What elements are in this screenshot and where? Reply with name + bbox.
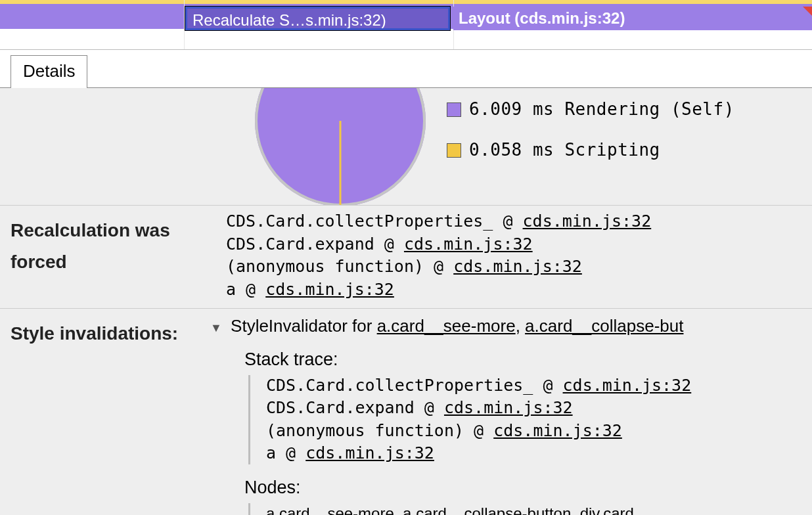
node-link[interactable]: a.card__collapse-button <box>403 504 571 515</box>
source-link[interactable]: cds.min.js:32 <box>493 421 622 440</box>
details-panel: 6.009 ms Rendering (Self) 0.058 ms Scrip… <box>0 88 812 515</box>
warning-icon <box>803 7 812 16</box>
details-tabbar: Details <box>0 50 812 88</box>
stack-frame: (anonymous function) @ cds.min.js:32 <box>266 420 812 442</box>
frame-fn: a <box>226 280 236 299</box>
stack-frame: CDS.Card.collectProperties_ @ cds.min.js… <box>266 375 812 397</box>
node-link[interactable]: div.card_ <box>580 504 643 515</box>
legend-rendering: 6.009 ms Rendering (Self) <box>447 99 734 121</box>
frame-fn: CDS.Card.expand <box>226 235 374 254</box>
source-link[interactable]: cds.min.js:32 <box>265 280 394 299</box>
source-link[interactable]: cds.min.js:32 <box>305 443 434 462</box>
flame-recalculate-style[interactable]: Recalculate S…s.min.js:32) <box>185 7 450 30</box>
invalidator-prefix: StyleInvalidator for <box>231 316 377 336</box>
source-link[interactable]: cds.min.js:32 <box>453 257 582 276</box>
legend-scripting-text: 0.058 ms Scripting <box>469 139 660 162</box>
stack-frame: CDS.Card.expand @ cds.min.js:32 <box>226 234 812 256</box>
comma: , <box>394 504 403 515</box>
frame-fn: CDS.Card.collectProperties_ <box>226 212 493 231</box>
flame-layout[interactable]: Layout (cds.min.js:32) <box>453 7 812 30</box>
legend-scripting: 0.058 ms Scripting <box>447 139 734 162</box>
at-symbol: @ <box>424 257 453 276</box>
aggregated-time-label <box>0 88 197 106</box>
chevron-down-icon[interactable]: ▼ <box>210 321 222 336</box>
stack-frame: CDS.Card.expand @ cds.min.js:32 <box>266 397 812 419</box>
nodes-label: Nodes: <box>244 476 812 499</box>
frame-fn: CDS.Card.expand <box>266 398 415 417</box>
swatch-rendering <box>447 102 461 117</box>
source-link[interactable]: cds.min.js:32 <box>404 235 533 254</box>
comma: , <box>516 316 525 336</box>
source-link[interactable]: cds.min.js:32 <box>563 376 692 395</box>
pie-chart <box>255 88 426 205</box>
node-link[interactable]: a.card__see-more <box>266 504 394 515</box>
at-symbol: @ <box>236 280 265 299</box>
at-symbol: @ <box>276 443 305 462</box>
stack-trace-block: CDS.Card.collectProperties_ @ cds.min.js… <box>248 375 812 464</box>
at-symbol: @ <box>493 212 522 231</box>
comma: , <box>571 504 579 515</box>
selector-link[interactable]: a.card__see-more <box>377 316 516 336</box>
at-symbol: @ <box>533 376 562 395</box>
recalculation-forced-label: Recalculation was forced <box>0 206 197 286</box>
frame-fn: (anonymous function) <box>266 421 464 440</box>
flamechart-strip[interactable]: Recalculate S…s.min.js:32) Layout (cds.m… <box>0 0 812 50</box>
recalculation-forced-stack: CDS.Card.collectProperties_ @ cds.min.js… <box>197 206 812 308</box>
frame-fn: a <box>266 443 276 462</box>
frame-fn: CDS.Card.collectProperties_ <box>266 376 533 395</box>
swatch-scripting <box>447 143 461 158</box>
at-symbol: @ <box>374 235 404 254</box>
source-link[interactable]: cds.min.js:32 <box>523 212 652 231</box>
time-breakdown-pie: 6.009 ms Rendering (Self) 0.058 ms Scrip… <box>226 88 812 205</box>
tab-details[interactable]: Details <box>11 55 87 88</box>
pie-scripting-slice <box>340 121 342 205</box>
selector-link[interactable]: a.card__collapse-but <box>525 316 683 336</box>
frame-fn: (anonymous function) <box>226 257 424 276</box>
stack-frame: CDS.Card.collectProperties_ @ cds.min.js… <box>226 211 812 233</box>
source-link[interactable]: cds.min.js:32 <box>444 398 573 417</box>
at-symbol: @ <box>464 421 493 440</box>
stack-trace-label: Stack trace: <box>244 348 812 371</box>
stack-frame: a @ cds.min.js:32 <box>266 443 812 464</box>
nodes-block: a.card__see-more, a.card__collapse-butto… <box>248 503 812 515</box>
legend-rendering-text: 6.009 ms Rendering (Self) <box>469 99 734 121</box>
style-invalidations-label: Style invalidations: <box>0 309 197 359</box>
at-symbol: @ <box>415 398 444 417</box>
flame-gridline <box>184 0 185 49</box>
style-invalidator-header: ▼ StyleInvalidator for a.card__see-more,… <box>210 315 812 338</box>
stack-frame: a @ cds.min.js:32 <box>226 279 812 301</box>
stack-frame: (anonymous function) @ cds.min.js:32 <box>226 256 812 278</box>
style-invalidations-content: ▼ StyleInvalidator for a.card__see-more,… <box>197 309 812 515</box>
